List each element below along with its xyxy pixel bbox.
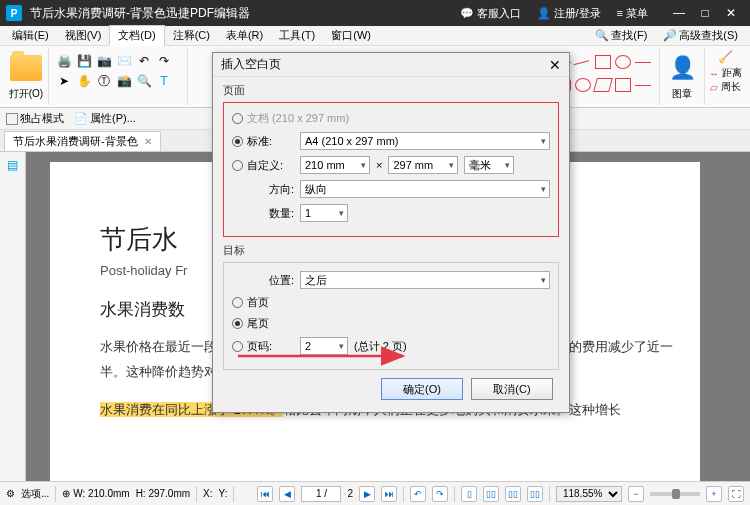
shape-circle[interactable] [575,78,591,92]
menu-edit[interactable]: 编辑(E) [4,26,57,45]
times-label: × [376,159,382,171]
stamp-group[interactable]: 👤 图章 [660,48,705,105]
edit-text-icon[interactable]: T [155,72,173,90]
tab-close[interactable]: ✕ [144,136,152,147]
text-select-icon[interactable]: Ⓣ [95,72,113,90]
email-icon[interactable]: ✉️ [115,52,133,70]
orientation-combo[interactable]: 纵向 [300,180,550,198]
page-height: H: 297.0mm [136,488,190,499]
distance-tool[interactable]: ↔距离 [709,66,742,80]
height-input[interactable]: 297 mm [388,156,458,174]
status-bar: ⚙ 选项... ⊕ W: 210.0mm H: 297.0mm X: Y: ⏮ … [0,481,750,505]
last-page-radio[interactable]: 尾页 [232,316,294,331]
ok-button[interactable]: 确定(O) [381,378,463,400]
cursor-y: Y: [219,488,228,499]
prev-view-button[interactable]: ↶ [410,486,426,502]
standard-radio[interactable]: 标准: [232,134,294,149]
crosshair-icon: ⊕ [62,488,70,499]
last-page-button[interactable]: ⏭ [381,486,397,502]
save-icon[interactable]: 💾 [75,52,93,70]
login-label: 注册/登录 [554,6,601,21]
custom-radio[interactable]: 自定义: [232,158,294,173]
properties-button[interactable]: 📄属性(P)... [74,111,136,126]
advfind-button[interactable]: 🔎 高级查找(S) [655,26,746,45]
standard-combo[interactable]: A4 (210 x 297 mm) [300,132,550,150]
doc-size-radio[interactable]: 文档 (210 x 297 mm) [232,111,349,126]
service-button[interactable]: 💬 客服入口 [452,6,529,21]
continuous-button[interactable]: ▯▯ [483,486,499,502]
snapshot-icon[interactable]: 📸 [115,72,133,90]
next-page-button[interactable]: ▶ [359,486,375,502]
shape-freehand[interactable] [635,85,651,99]
page-input[interactable] [301,486,341,502]
gear-icon[interactable]: ⚙ [6,488,15,499]
undo-icon[interactable]: ↶ [135,52,153,70]
zoom-slider[interactable] [650,492,700,496]
continuous-facing-button[interactable]: ▯▯ [527,486,543,502]
exclusive-mode[interactable]: 独占模式 [6,111,64,126]
page-number-radio[interactable]: 页码: [232,339,294,354]
perimeter-label: 周长 [721,80,741,94]
menu-view[interactable]: 视图(V) [57,26,110,45]
cancel-button[interactable]: 取消(C) [471,378,553,400]
page-total: 2 [347,488,353,499]
shape-oval[interactable] [615,55,631,69]
perimeter-tool[interactable]: ▱周长 [710,80,741,94]
shape-arrow[interactable] [573,60,592,78]
target-section-box: 位置: 之后 首页 尾页 页码: 2 (总计 2 页) [223,262,559,370]
shape-polyline[interactable] [635,62,651,76]
scan-icon[interactable]: 📷 [95,52,113,70]
props-icon: 📄 [74,112,88,125]
facing-button[interactable]: ▯▯ [505,486,521,502]
thumbnails-icon[interactable]: ▤ [4,156,22,174]
shape-cloud[interactable] [615,78,631,92]
open-group[interactable]: 打开(O) [4,48,49,105]
fit-page-button[interactable]: ⛶ [728,486,744,502]
zoom-in-icon[interactable]: 🔍 [135,72,153,90]
cursor-x: X: [203,488,212,499]
stamp-icon: 👤 [664,50,700,86]
next-view-button[interactable]: ↷ [432,486,448,502]
dialog-titlebar: 插入空白页 ✕ [213,53,569,77]
menu-button[interactable]: ≡ 菜单 [609,6,656,21]
checkbox-icon [6,113,18,125]
first-page-radio[interactable]: 首页 [232,295,294,310]
redo-icon[interactable]: ↷ [155,52,173,70]
menu-form[interactable]: 表单(R) [218,26,271,45]
hand-icon[interactable]: ✋ [75,72,93,90]
document-tab[interactable]: 节后水果消费调研-背景色 ✕ [4,131,161,151]
dialog-close-icon[interactable]: ✕ [549,57,561,73]
quantity-spinner[interactable]: 1 [300,204,348,222]
width-input[interactable]: 210 mm [300,156,370,174]
options-button[interactable]: 选项... [21,487,49,501]
folder-icon [10,55,42,81]
minimize-button[interactable]: — [666,6,692,20]
find-button[interactable]: 🔍 查找(F) [587,26,655,45]
menu-comment[interactable]: 注释(C) [165,26,218,45]
page-number-spinner[interactable]: 2 [300,337,348,355]
zoom-out-button[interactable]: − [628,486,644,502]
single-page-button[interactable]: ▯ [461,486,477,502]
first-page-button[interactable]: ⏮ [257,486,273,502]
cursor-icon[interactable]: ➤ [55,72,73,90]
maximize-button[interactable]: □ [692,6,718,20]
menu-tools[interactable]: 工具(T) [271,26,323,45]
unit-combo[interactable]: 毫米 [464,156,514,174]
eraser-tool[interactable]: 🧹 [718,50,733,64]
standard-label: 标准: [247,134,272,149]
close-button[interactable]: ✕ [718,6,744,20]
position-combo[interactable]: 之后 [300,271,550,289]
zoom-select[interactable]: 118.55% [556,486,622,502]
page-section-box: 文档 (210 x 297 mm) 标准: A4 (210 x 297 mm) … [223,102,559,237]
login-button[interactable]: 👤 注册/登录 [529,6,609,21]
prev-page-button[interactable]: ◀ [279,486,295,502]
zoom-in-button[interactable]: + [706,486,722,502]
service-label: 客服入口 [477,6,521,21]
menu-window[interactable]: 窗口(W) [323,26,379,45]
tab-label: 节后水果消费调研-背景色 [13,134,138,149]
shape-rect[interactable] [595,55,611,69]
shape-polygon[interactable] [593,78,613,92]
print-icon[interactable]: 🖨️ [55,52,73,70]
menu-document[interactable]: 文档(D) [109,25,164,46]
props-label: 属性(P)... [90,111,136,126]
